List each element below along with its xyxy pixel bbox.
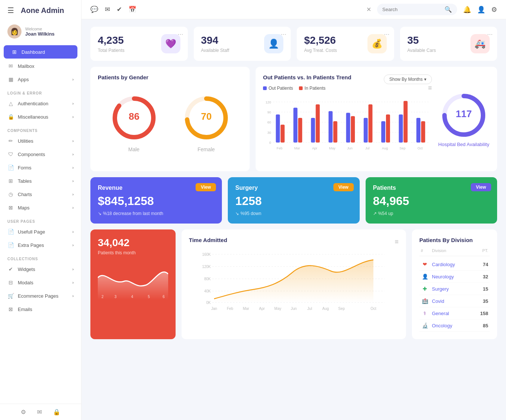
svg-text:70: 70 <box>201 111 212 122</box>
svg-text:Oct: Oct <box>370 307 376 311</box>
sidebar-item-ecommerce[interactable]: 🛒 Ecommerce Pages › <box>0 289 81 302</box>
sidebar-item-tables[interactable]: ⊞ Tables › <box>0 174 81 188</box>
row4: 34,042 Patients this month 2 3 4 5 <box>90 229 497 339</box>
patients-view-button[interactable]: View <box>471 183 491 191</box>
sidebar-item-maps[interactable]: ⊠ Maps › <box>0 201 81 214</box>
sidebar-item-forms[interactable]: 📄 Forms › <box>0 161 81 174</box>
stat-card-patients: ··· 4,235 Total Patients 💜 <box>90 27 188 61</box>
gear-icon[interactable]: ⚙ <box>491 6 497 14</box>
search-input[interactable] <box>382 7 442 12</box>
patients-month-value: 34,042 <box>98 237 168 249</box>
svg-text:120K: 120K <box>202 265 211 269</box>
surgery-view-button[interactable]: View <box>333 183 354 191</box>
notification-icon[interactable]: 🔔 <box>463 6 471 14</box>
stat-menu-icon[interactable]: ··· <box>384 30 389 38</box>
stat-cards: ··· 4,235 Total Patients 💜 ··· 394 Avail… <box>90 27 497 61</box>
chevron-right-icon: › <box>72 101 74 106</box>
svg-rect-19 <box>298 118 302 143</box>
show-months-button[interactable]: Show By Months ▾ <box>384 75 432 84</box>
patients-card: Patients View 84,965 ↗ %54 up <box>366 177 497 224</box>
svg-text:3: 3 <box>114 295 117 299</box>
division-name: Oncology <box>432 323 480 328</box>
svg-text:0K: 0K <box>206 301 211 305</box>
svg-rect-22 <box>329 111 333 143</box>
chevron-down-icon: ▾ <box>424 77 426 82</box>
division-name: Neurology <box>432 274 480 280</box>
stat-menu-icon[interactable]: ··· <box>487 30 493 38</box>
avatar: 👩 <box>7 24 21 39</box>
stat-value-cars: 35 <box>407 34 436 46</box>
sidebar-item-extra[interactable]: 📄 Extra Pages › <box>0 238 81 252</box>
bar-chart-svg: 120 90 60 30 0 <box>263 96 432 162</box>
user-icon[interactable]: 👤 <box>477 6 485 14</box>
svg-text:160K: 160K <box>202 252 211 257</box>
sidebar-item-usefull[interactable]: 📄 Usefull Page › <box>0 225 81 238</box>
sidebar-label-components: Components <box>18 152 45 157</box>
male-label: Male <box>128 146 139 152</box>
mail-footer-icon[interactable]: ✉ <box>37 409 42 416</box>
sidebar-item-components[interactable]: 🛡 Components › <box>0 148 81 161</box>
svg-rect-32 <box>416 118 420 143</box>
sparkline-svg: 2 3 4 5 6 <box>98 255 168 300</box>
female-label: Female <box>197 146 215 152</box>
svg-rect-33 <box>421 121 425 142</box>
revenue-view-button[interactable]: View <box>196 183 216 191</box>
calendar-icon[interactable]: 📅 <box>129 6 136 13</box>
svg-text:60: 60 <box>267 120 271 124</box>
division-row-oncology: 🔬 Oncology 85 <box>419 320 490 332</box>
patients-card-value: 84,965 <box>373 194 490 208</box>
sidebar-item-widgets[interactable]: ✔ Widgets › <box>0 262 81 276</box>
legend-label-in: In Patients <box>304 86 326 91</box>
misc-icon: 🔒 <box>7 114 14 120</box>
legend-in-patients: In Patients <box>299 84 326 92</box>
division-header-icon: # <box>421 248 429 253</box>
time-admitted-menu-icon[interactable]: ≡ <box>395 238 399 246</box>
modals-icon: ⊟ <box>7 280 14 285</box>
division-rows: ❤ Cardiology 74 👤 Neurology 32 ✚ Surgery… <box>419 258 490 332</box>
sidebar-item-utilities[interactable]: ✏ Utilities › <box>0 134 81 148</box>
patients-division-title: Patients By Division <box>419 237 490 243</box>
chevron-right-icon: › <box>72 294 74 298</box>
svg-rect-21 <box>316 104 320 142</box>
charts-icon: ◷ <box>7 191 14 197</box>
gender-card: Patients by Gender 86 Male <box>90 67 250 171</box>
hamburger-icon[interactable]: ☰ <box>7 6 14 15</box>
sidebar-label-forms: Forms <box>18 165 31 171</box>
division-header-division: Division <box>432 248 479 253</box>
sidebar-item-emails[interactable]: ⊠ Emails <box>0 302 81 316</box>
sidebar-item-modals[interactable]: ⊟ Modals › <box>0 276 81 289</box>
svg-text:Jun: Jun <box>347 146 353 150</box>
stat-menu-icon[interactable]: ··· <box>281 30 286 38</box>
emails-icon: ⊠ <box>7 306 14 312</box>
sidebar-item-dashboard[interactable]: ⊞ Dashboard <box>4 45 77 59</box>
settings-footer-icon[interactable]: ⚙ <box>21 409 26 416</box>
section-collections: COLLECTIONS <box>0 252 81 262</box>
svg-rect-31 <box>403 101 407 142</box>
sidebar-item-authentication[interactable]: △ Authentication › <box>0 97 81 110</box>
trend-title: Out Patients vs. In Patients Trend <box>263 74 351 80</box>
section-components: COMPONENTS <box>0 123 81 134</box>
sidebar-item-charts[interactable]: ◷ Charts › <box>0 188 81 201</box>
surgery-sub: ↘ %95 down <box>235 211 352 216</box>
sidebar-item-mailbox[interactable]: ✉ Mailbox <box>0 59 81 73</box>
sidebar-label-utilities: Utilities <box>18 138 33 144</box>
stat-menu-icon[interactable]: ··· <box>177 30 183 38</box>
chevron-right-icon: › <box>72 179 74 183</box>
chat-icon[interactable]: 💬 <box>90 6 98 13</box>
patients-up-icon: ↗ <box>373 211 377 216</box>
cross-icon[interactable]: ✕ <box>366 6 371 13</box>
stat-info-staff: 394 Available Staff <box>201 34 229 53</box>
patients-sub: ↗ %54 up <box>373 211 490 216</box>
sidebar-item-apps[interactable]: ▦ Apps › <box>0 73 81 86</box>
sidebar-item-miscellaneous[interactable]: 🔒 Miscellaneous › <box>0 110 81 123</box>
mail-icon[interactable]: ✉ <box>105 6 110 13</box>
division-header-pt: PT. <box>482 248 488 253</box>
sidebar-label-mailbox: Mailbox <box>18 63 34 69</box>
chevron-right-icon: › <box>72 152 74 156</box>
trend-menu-icon[interactable]: ≡ <box>428 84 432 92</box>
check-icon[interactable]: ✔ <box>117 6 122 13</box>
svg-rect-23 <box>333 121 337 142</box>
svg-text:Sep: Sep <box>400 146 406 150</box>
division-icon: ✚ <box>421 286 429 292</box>
lock-footer-icon[interactable]: 🔒 <box>53 409 60 416</box>
